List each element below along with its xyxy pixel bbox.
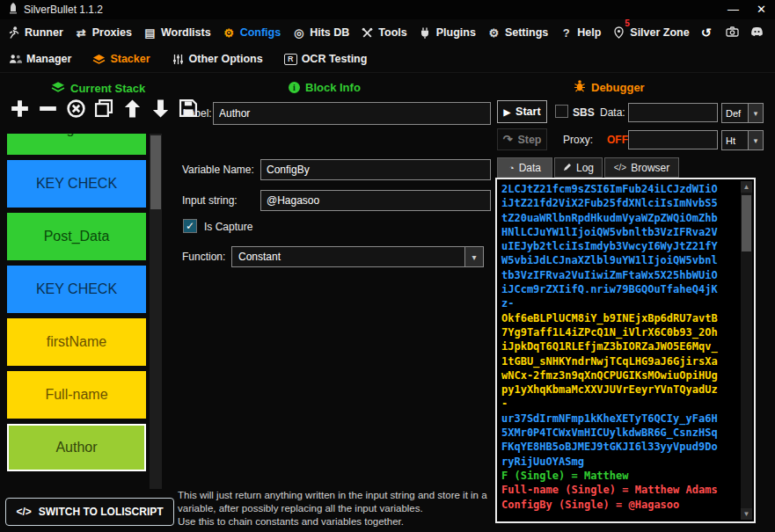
menu-help-label: Help bbox=[577, 26, 601, 39]
stack-block-label: Author bbox=[55, 440, 97, 455]
move-up-button[interactable] bbox=[121, 97, 143, 120]
submenu-ocr-testing[interactable]: R OCR Testing bbox=[284, 53, 368, 65]
titlebar: SilverBullet 1.1.2 — ✕ bbox=[0, 0, 775, 19]
menu-hits-db-label: Hits DB bbox=[310, 26, 349, 39]
log-scrollbar[interactable]: ▲ ▼ bbox=[741, 181, 752, 520]
data-input[interactable] bbox=[628, 103, 718, 122]
menu-help[interactable]: ? Help bbox=[559, 26, 601, 40]
current-stack-title: Current Stack bbox=[70, 82, 145, 95]
log-scrollbar-thumb[interactable] bbox=[742, 195, 751, 251]
silverbullet-window: SilverBullet 1.1.2 — ✕ Runner ⇄ Proxies … bbox=[0, 0, 775, 532]
submenu-manager[interactable]: Manager bbox=[9, 53, 71, 66]
discord-icon[interactable] bbox=[750, 26, 765, 40]
stack-block-label: Post_Data bbox=[44, 229, 110, 244]
step-button[interactable]: ↷ Step bbox=[497, 128, 547, 150]
menu-configs[interactable]: ⚙ Configs bbox=[223, 26, 281, 40]
stack-block-label: KEY CHECK bbox=[36, 176, 117, 192]
stack-block-partial[interactable]: Hagasoo bbox=[7, 134, 146, 155]
menu-plugins[interactable]: Plugins bbox=[419, 26, 476, 40]
label-input[interactable] bbox=[213, 102, 491, 125]
is-capture-label: Is Capture bbox=[204, 221, 252, 233]
log-segment-variable: F (Single) = Matthew bbox=[501, 469, 749, 483]
function-select[interactable]: Constant ▾ bbox=[231, 246, 484, 267]
menu-settings[interactable]: ⚙ Settings bbox=[487, 26, 548, 40]
stack-block-keycheck-1[interactable]: KEY CHECK bbox=[7, 160, 146, 208]
chevron-down-icon[interactable]: ▾ bbox=[464, 247, 483, 266]
stack-block-post-data[interactable]: Post_Data bbox=[7, 213, 146, 260]
location-pin-icon bbox=[612, 26, 625, 40]
code-icon: </> bbox=[16, 506, 31, 518]
stack-block-label: Full-name bbox=[45, 387, 107, 403]
menu-wordlists[interactable]: ▤ Wordlists bbox=[143, 26, 211, 40]
tab-data-label: Data bbox=[519, 162, 541, 174]
history-icon[interactable]: ↺ bbox=[701, 26, 716, 40]
stack-block-firstname[interactable]: firstName bbox=[7, 318, 146, 366]
menu-plugins-label: Plugins bbox=[436, 26, 476, 39]
submenu-stacker-label: Stacker bbox=[110, 53, 150, 65]
hits-db-icon: ◎ bbox=[292, 26, 305, 40]
step-arrow-icon: ↷ bbox=[503, 133, 513, 146]
variable-name-input[interactable] bbox=[260, 159, 491, 180]
tab-browser[interactable]: </> Browser bbox=[604, 157, 679, 178]
menu-settings-label: Settings bbox=[505, 26, 548, 39]
label-field-label: Label: bbox=[183, 107, 212, 120]
stack-block-keycheck-2[interactable]: KEY CHECK bbox=[7, 266, 146, 313]
function-label: Function: bbox=[182, 251, 225, 263]
is-capture-checkbox[interactable]: ✓ bbox=[183, 219, 197, 233]
menu-proxies-label: Proxies bbox=[92, 26, 132, 39]
sliders-icon bbox=[172, 53, 185, 66]
tab-log[interactable]: Log bbox=[554, 157, 603, 178]
remove-block-button[interactable] bbox=[37, 97, 58, 120]
input-string-input[interactable] bbox=[260, 190, 491, 211]
close-button[interactable]: ✕ bbox=[757, 0, 766, 19]
function-selected-value: Constant bbox=[232, 251, 464, 263]
proxy-type-combo[interactable]: Ht ▾ bbox=[721, 130, 764, 150]
stack-toolbar bbox=[9, 97, 199, 120]
menu-silver-zone[interactable]: 5 Silver Zone bbox=[612, 26, 689, 40]
info-icon: i bbox=[289, 82, 300, 93]
block-info-title: Block Info bbox=[305, 81, 361, 94]
stack-block-fullname[interactable]: Full-name bbox=[7, 371, 146, 419]
silver-zone-badge: 5 bbox=[625, 18, 630, 28]
minimize-button[interactable]: — bbox=[727, 0, 739, 19]
menu-runner-label: Runner bbox=[25, 26, 63, 39]
debugger-data-output[interactable]: 2LCJtZ21fcm9sZSI6ImFub24iLCJzdWIiO iJtZ2… bbox=[495, 178, 756, 523]
chevron-down-icon[interactable]: ▾ bbox=[748, 131, 763, 149]
move-down-button[interactable] bbox=[150, 97, 171, 120]
stack-scrollbar-thumb[interactable] bbox=[150, 135, 161, 209]
submenu-manager-label: Manager bbox=[26, 53, 71, 65]
scroll-up-arrow[interactable]: ▲ bbox=[741, 181, 752, 193]
menu-hits-db[interactable]: ◎ Hits DB bbox=[292, 26, 349, 40]
tab-data[interactable]: ◔ Data bbox=[497, 157, 552, 178]
wordlists-icon: ▤ bbox=[143, 26, 157, 40]
switch-to-loliscript-button[interactable]: </> SWITCH TO LOLISCRIPT bbox=[5, 498, 174, 526]
stack-block-author-selected[interactable]: Author bbox=[7, 424, 146, 471]
submenu-other-options[interactable]: Other Options bbox=[172, 53, 263, 66]
disable-block-button[interactable] bbox=[65, 97, 86, 120]
add-block-button[interactable] bbox=[9, 97, 30, 120]
block-description: This will just return anything written i… bbox=[178, 489, 501, 528]
wordlist-type-combo[interactable]: Def ▾ bbox=[721, 103, 764, 123]
stack-scrollbar[interactable] bbox=[150, 134, 162, 489]
tab-browser-label: Browser bbox=[631, 162, 669, 174]
proxy-input[interactable] bbox=[628, 130, 718, 149]
scroll-down-arrow[interactable]: ▼ bbox=[741, 508, 752, 520]
sbs-checkbox[interactable] bbox=[555, 105, 568, 118]
data-pie-icon: ◔ bbox=[508, 163, 515, 173]
chevron-down-icon[interactable]: ▾ bbox=[748, 104, 763, 122]
sub-menu: Manager Stacker Other Options R OCR Test… bbox=[0, 46, 775, 73]
start-button[interactable]: ▶ Start bbox=[497, 100, 547, 123]
proxy-status[interactable]: OFF bbox=[607, 134, 628, 146]
menu-tools[interactable]: Tools bbox=[361, 26, 406, 40]
submenu-stacker[interactable]: Stacker bbox=[92, 53, 150, 66]
main-menu: Runner ⇄ Proxies ▤ Wordlists ⚙ Configs ◎… bbox=[0, 19, 775, 46]
stacker-layers-icon bbox=[92, 53, 106, 66]
menu-runner[interactable]: Runner bbox=[7, 26, 63, 40]
code-icon: </> bbox=[614, 163, 626, 172]
clone-block-button[interactable] bbox=[93, 97, 114, 120]
ocr-icon: R bbox=[284, 54, 297, 65]
camera-icon[interactable] bbox=[726, 26, 741, 40]
plugins-icon bbox=[419, 26, 432, 40]
menu-proxies[interactable]: ⇄ Proxies bbox=[75, 26, 132, 40]
stack-layers-icon bbox=[51, 81, 65, 96]
